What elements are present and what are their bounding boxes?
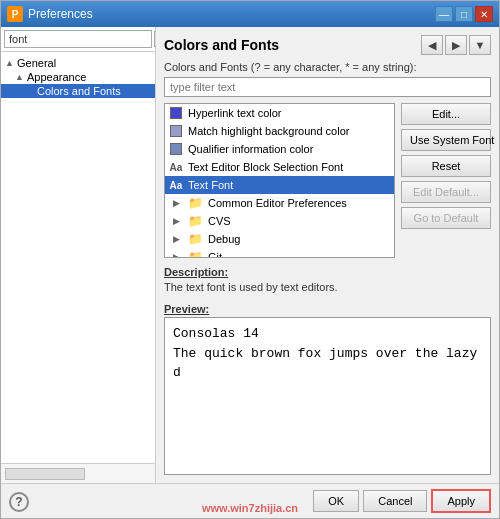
list-label-match: Match highlight background color — [188, 125, 349, 137]
description-section: Description: The text font is used by te… — [164, 266, 491, 295]
list-item-common-editor[interactable]: ▶ 📁 Common Editor Preferences — [165, 194, 394, 212]
color-swatch — [170, 107, 182, 119]
color-icon-match — [169, 124, 183, 138]
expand-icon-git: ▶ — [169, 250, 183, 258]
watermark-text: www.win7zhijia.cn — [202, 502, 298, 514]
horizontal-scrollbar[interactable] — [5, 468, 85, 480]
preview-line2: The quick brown fox jumps over the lazy … — [173, 344, 482, 383]
list-label-git: Git — [208, 251, 222, 258]
list-item-debug[interactable]: ▶ 📁 Debug — [165, 230, 394, 248]
list-item-hyperlink[interactable]: Hyperlink text color — [165, 104, 394, 122]
nav-dropdown-button[interactable]: ▼ — [469, 35, 491, 55]
tree-label-appearance: Appearance — [27, 71, 86, 83]
folder-icon-cvs: 📁 — [188, 214, 203, 228]
search-input[interactable] — [4, 30, 152, 48]
left-panel: ✕ ▲ General ▲ Appearance Colors and Font… — [1, 27, 156, 483]
list-item-text-font[interactable]: Aa Text Font — [165, 176, 394, 194]
color-swatch — [170, 125, 182, 137]
expand-icon-cvs: ▶ — [169, 214, 183, 228]
forward-button[interactable]: ▶ — [445, 35, 467, 55]
expand-icon-common: ▶ — [169, 196, 183, 210]
maximize-button[interactable]: □ — [455, 6, 473, 22]
tree-label-colors-fonts: Colors and Fonts — [37, 85, 121, 97]
preview-label: Preview: — [164, 303, 491, 315]
nav-buttons: ◀ ▶ ▼ — [421, 35, 491, 55]
window-controls: — □ ✕ — [435, 6, 493, 22]
right-panel: Colors and Fonts ◀ ▶ ▼ Colors and Fonts … — [156, 27, 499, 483]
bottom-bar: ? OK Cancel Apply www.win7zhijia.cn — [1, 483, 499, 518]
list-and-buttons: Hyperlink text color Match highlight bac… — [164, 103, 491, 258]
tree-item-general[interactable]: ▲ General — [1, 56, 155, 70]
items-list[interactable]: Hyperlink text color Match highlight bac… — [164, 103, 395, 258]
list-label-common: Common Editor Preferences — [208, 197, 347, 209]
tree-arrow-general: ▲ — [5, 58, 17, 68]
app-icon: P — [7, 6, 23, 22]
main-content: ✕ ▲ General ▲ Appearance Colors and Font… — [1, 27, 499, 483]
search-bar: ✕ — [1, 27, 155, 52]
preview-line1: Consolas 14 — [173, 324, 482, 344]
list-label-text-font: Text Font — [188, 179, 233, 191]
aa-icon-text-font: Aa — [169, 178, 183, 192]
list-item-text-block[interactable]: Aa Text Editor Block Selection Font — [165, 158, 394, 176]
preview-box: Consolas 14 The quick brown fox jumps ov… — [164, 317, 491, 475]
tree-arrow-appearance: ▲ — [15, 72, 27, 82]
tree-area: ▲ General ▲ Appearance Colors and Fonts — [1, 52, 155, 463]
list-label-debug: Debug — [208, 233, 240, 245]
color-icon-hyperlink — [169, 106, 183, 120]
watermark: www.win7zhijia.cn — [202, 502, 298, 514]
expand-icon-debug: ▶ — [169, 232, 183, 246]
preview-section: Preview: Consolas 14 The quick brown fox… — [164, 303, 491, 475]
list-label-cvs: CVS — [208, 215, 231, 227]
description-label: Description: — [164, 266, 491, 278]
tree-label-general: General — [17, 57, 56, 69]
tree-item-appearance[interactable]: ▲ Appearance — [1, 70, 155, 84]
minimize-button[interactable]: — — [435, 6, 453, 22]
left-panel-bottom — [1, 463, 155, 483]
right-panel-title: Colors and Fonts — [164, 37, 279, 53]
list-label-qualifier: Qualifier information color — [188, 143, 313, 155]
list-item-git[interactable]: ▶ 📁 Git — [165, 248, 394, 258]
edit-default-button[interactable]: Edit Default... — [401, 181, 491, 203]
list-label-text-block: Text Editor Block Selection Font — [188, 161, 343, 173]
folder-icon-debug: 📁 — [188, 232, 203, 246]
ok-button[interactable]: OK — [313, 490, 359, 512]
tree-item-colors-fonts[interactable]: Colors and Fonts — [1, 84, 155, 98]
preferences-window: P Preferences — □ ✕ ✕ ▲ General ▲ — [0, 0, 500, 519]
reset-button[interactable]: Reset — [401, 155, 491, 177]
color-icon-qualifier — [169, 142, 183, 156]
close-button[interactable]: ✕ — [475, 6, 493, 22]
right-header: Colors and Fonts ◀ ▶ ▼ — [164, 35, 491, 55]
apply-button[interactable]: Apply — [431, 489, 491, 513]
color-swatch — [170, 143, 182, 155]
list-item-qualifier[interactable]: Qualifier information color — [165, 140, 394, 158]
folder-icon-git: 📁 — [188, 250, 203, 258]
use-system-font-button[interactable]: Use System Font — [401, 129, 491, 151]
edit-button[interactable]: Edit... — [401, 103, 491, 125]
action-buttons: Edit... Use System Font Reset Edit Defau… — [401, 103, 491, 258]
filter-label: Colors and Fonts (? = any character, * =… — [164, 61, 491, 73]
folder-icon-common: 📁 — [188, 196, 203, 210]
description-text: The text font is used by text editors. — [164, 280, 491, 295]
help-button[interactable]: ? — [9, 492, 29, 512]
title-bar: P Preferences — □ ✕ — [1, 1, 499, 27]
title-bar-left: P Preferences — [7, 6, 93, 22]
list-item-cvs[interactable]: ▶ 📁 CVS — [165, 212, 394, 230]
back-button[interactable]: ◀ — [421, 35, 443, 55]
list-item-match-highlight[interactable]: Match highlight background color — [165, 122, 394, 140]
list-label-hyperlink: Hyperlink text color — [188, 107, 282, 119]
go-to-default-button[interactable]: Go to Default — [401, 207, 491, 229]
aa-icon-text-block: Aa — [169, 160, 183, 174]
window-title: Preferences — [28, 7, 93, 21]
cancel-button[interactable]: Cancel — [363, 490, 427, 512]
filter-input[interactable] — [164, 77, 491, 97]
